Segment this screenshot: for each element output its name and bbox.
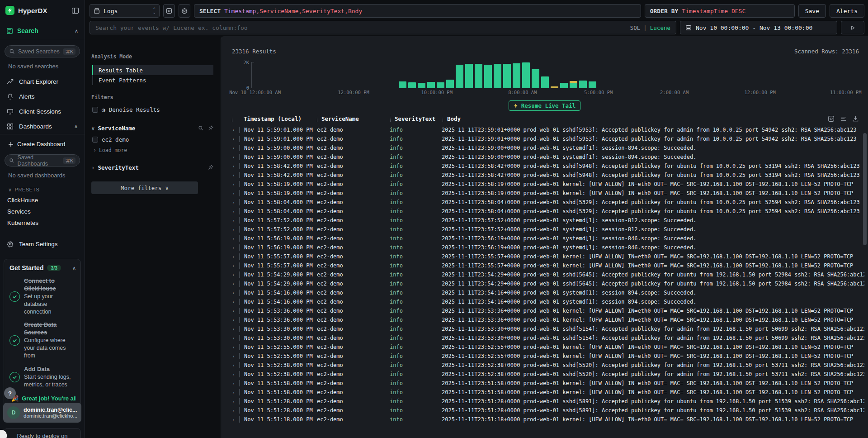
source-settings-button[interactable]: [179, 4, 190, 18]
log-row[interactable]: ›Nov 11 5:57:52.000 PMec2-demoinfo2025-1…: [232, 225, 864, 234]
log-row[interactable]: ›Nov 11 5:52:55.000 PMec2-demoinfo2025-1…: [232, 352, 864, 361]
sidebar-item-chart-explorer[interactable]: Chart Explorer: [0, 74, 85, 89]
sidebar-item-team-settings[interactable]: Team Settings: [0, 237, 85, 252]
mode-tab-event-patterns[interactable]: Event Patterns: [92, 75, 213, 85]
log-row[interactable]: ›Nov 11 5:58:04.000 PMec2-demoinfo2025-1…: [232, 198, 864, 207]
pin-icon[interactable]: [208, 125, 213, 131]
expand-row-icon[interactable]: ›: [232, 154, 239, 160]
mode-tab-results-table[interactable]: Results Table: [92, 65, 213, 75]
expand-row-icon[interactable]: ›: [232, 272, 239, 278]
search-input[interactable]: Search your events w/ Lucene ex. column:…: [90, 21, 676, 34]
log-row[interactable]: ›Nov 11 5:51:58.000 PMec2-demoinfo2025-1…: [232, 379, 864, 388]
load-more-button[interactable]: › Load more: [91, 145, 213, 155]
order-by-input[interactable]: ORDER BY TimestampTime DESC: [645, 4, 795, 18]
log-row[interactable]: ›Nov 11 5:59:00.000 PMec2-demoinfo2025-1…: [232, 152, 864, 162]
expand-row-icon[interactable]: ›: [232, 163, 239, 169]
expand-row-icon[interactable]: ›: [232, 408, 239, 414]
log-row[interactable]: ›Nov 11 5:53:30.000 PMec2-demoinfo2025-1…: [232, 324, 864, 333]
column-header-body[interactable]: Body: [447, 115, 461, 122]
histogram-bar[interactable]: [551, 86, 558, 88]
expand-row-icon[interactable]: ›: [232, 390, 239, 395]
servicename-option-row[interactable]: ec2-demo: [91, 134, 213, 145]
histogram-bar[interactable]: [570, 81, 577, 88]
expand-row-icon[interactable]: ›: [232, 245, 239, 251]
expand-row-icon[interactable]: ›: [232, 127, 239, 133]
log-row[interactable]: ›Nov 11 5:54:29.000 PMec2-demoinfo2025-1…: [232, 279, 864, 288]
resume-live-tail-button[interactable]: Resume Live Tail: [509, 100, 580, 111]
expand-row-icon[interactable]: ›: [232, 209, 239, 214]
scrollbar-thumb[interactable]: [863, 133, 867, 245]
histogram-bar[interactable]: [437, 82, 444, 88]
histogram-bar[interactable]: [484, 65, 492, 88]
ec2-demo-checkbox[interactable]: [92, 137, 98, 143]
sidebar-item-search[interactable]: Search ∧: [0, 21, 85, 40]
histogram-bar[interactable]: [399, 81, 406, 88]
expand-row-icon[interactable]: ›: [232, 335, 239, 341]
histogram-bar[interactable]: [532, 69, 539, 88]
log-row[interactable]: ›Nov 11 5:59:00.000 PMec2-demoinfo2025-1…: [232, 143, 864, 152]
log-row[interactable]: ›Nov 11 5:51:28.000 PMec2-demoinfo2025-1…: [232, 406, 864, 415]
log-row[interactable]: ›Nov 11 5:51:28.000 PMec2-demoinfo2025-1…: [232, 397, 864, 406]
log-row[interactable]: ›Nov 11 5:53:36.000 PMec2-demoinfo2025-1…: [232, 315, 864, 324]
column-header-severitytext[interactable]: SeverityText: [395, 115, 443, 122]
sidebar-item-client-sessions[interactable]: Client Sessions: [0, 104, 85, 119]
select-query-input[interactable]: SELECT Timestamp ,ServiceName,SeverityTe…: [194, 4, 641, 18]
expand-row-icon[interactable]: ›: [232, 362, 239, 368]
expand-row-icon[interactable]: ›: [232, 227, 239, 233]
log-row[interactable]: ›Nov 11 5:51:58.000 PMec2-demoinfo2025-1…: [232, 388, 864, 397]
log-row[interactable]: ›Nov 11 5:52:38.000 PMec2-demoinfo2025-1…: [232, 370, 864, 379]
expand-row-icon[interactable]: ›: [232, 381, 239, 386]
expand-row-icon[interactable]: ›: [232, 218, 239, 224]
log-row[interactable]: ›Nov 11 5:56:19.000 PMec2-demoinfo2025-1…: [232, 234, 864, 243]
log-row[interactable]: ›Nov 11 5:58:19.000 PMec2-demoinfo2025-1…: [232, 189, 864, 198]
histogram-bar[interactable]: [579, 81, 587, 88]
log-row[interactable]: ›Nov 11 5:52:55.000 PMec2-demoinfo2025-1…: [232, 343, 864, 352]
log-row[interactable]: ›Nov 11 5:54:29.000 PMec2-demoinfo2025-1…: [232, 270, 864, 279]
log-row[interactable]: ›Nov 11 5:52:38.000 PMec2-demoinfo2025-1…: [232, 361, 864, 370]
expand-row-icon[interactable]: ›: [232, 263, 239, 269]
expand-row-icon[interactable]: ›: [232, 136, 239, 142]
log-row[interactable]: ›Nov 11 5:58:04.000 PMec2-demoinfo2025-1…: [232, 207, 864, 216]
log-row[interactable]: ›Nov 11 5:55:57.000 PMec2-demoinfo2025-1…: [232, 252, 864, 261]
log-row[interactable]: ›Nov 11 5:58:42.000 PMec2-demoinfo2025-1…: [232, 162, 864, 171]
column-header-timestamp[interactable]: Timestamp (Local): [244, 115, 317, 122]
edit-columns-button[interactable]: [163, 4, 175, 18]
get-started-header[interactable]: Get Started 3/3 ∧: [9, 264, 76, 271]
expand-row-icon[interactable]: ›: [232, 417, 239, 423]
log-row[interactable]: ›Nov 11 5:55:57.000 PMec2-demoinfo2025-1…: [232, 261, 864, 270]
get-started-item[interactable]: Create Data SourcesConfigure where your …: [9, 321, 76, 359]
expand-row-icon[interactable]: ›: [232, 399, 239, 405]
histogram-bar[interactable]: [418, 83, 425, 88]
sql-toggle[interactable]: SQL: [630, 24, 641, 31]
lucene-toggle[interactable]: Lucene: [650, 24, 670, 31]
histogram-bar[interactable]: [541, 76, 549, 88]
sidebar-item-dashboards[interactable]: Dashboards∧: [0, 119, 85, 134]
log-row[interactable]: ›Nov 11 5:54:16.000 PMec2-demoinfo2025-1…: [232, 288, 864, 297]
source-select[interactable]: Logs ⌃⌄: [90, 4, 160, 18]
expand-row-icon[interactable]: ›: [232, 344, 239, 350]
log-row[interactable]: ›Nov 11 5:54:16.000 PMec2-demoinfo2025-1…: [232, 297, 864, 306]
histogram-bar[interactable]: [446, 80, 454, 88]
expand-row-icon[interactable]: ›: [232, 181, 239, 187]
get-started-item[interactable]: Add DataStart sending logs, metrics, or …: [9, 366, 76, 389]
log-row[interactable]: ›Nov 11 5:59:01.000 PMec2-demoinfo2025-1…: [232, 134, 864, 143]
histogram-bar[interactable]: [456, 65, 463, 88]
create-dashboard-button[interactable]: Create Dashboard: [0, 137, 85, 149]
log-row[interactable]: ›Nov 11 5:53:30.000 PMec2-demoinfo2025-1…: [232, 333, 864, 343]
date-range-picker[interactable]: Nov 10 00:00:00 - Nov 13 00:00:00: [680, 21, 837, 34]
download-icon[interactable]: [852, 115, 859, 122]
log-row[interactable]: ›Nov 11 5:58:42.000 PMec2-demoinfo2025-1…: [232, 171, 864, 180]
expand-row-icon[interactable]: ›: [232, 353, 239, 359]
expand-row-icon[interactable]: ›: [232, 371, 239, 377]
histogram-bar[interactable]: [560, 83, 568, 88]
log-row[interactable]: ›Nov 11 5:53:36.000 PMec2-demoinfo2025-1…: [232, 306, 864, 315]
expand-row-icon[interactable]: ›: [232, 281, 239, 287]
save-button[interactable]: Save: [798, 4, 826, 18]
histogram-bar[interactable]: [475, 64, 482, 88]
denoise-checkbox[interactable]: [92, 107, 98, 113]
saved-searches-input[interactable]: Saved Searches ⌘K: [5, 45, 80, 57]
preset-clickhouse[interactable]: ClickHouse: [0, 195, 85, 206]
more-filters-button[interactable]: More filters ∨: [91, 181, 198, 194]
sidebar-item-alerts[interactable]: Alerts: [0, 89, 85, 104]
expand-row-icon[interactable]: ›: [232, 236, 239, 242]
